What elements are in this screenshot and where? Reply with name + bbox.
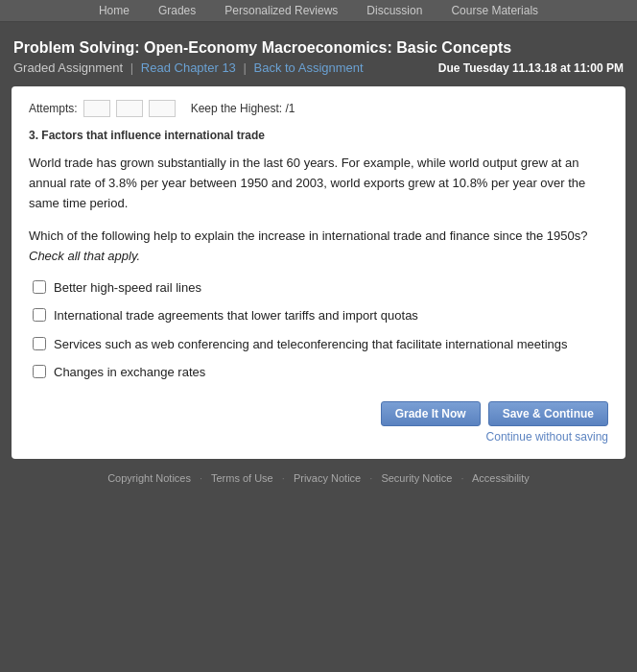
answer-option-3: Services such as web conferencing and te… (33, 335, 608, 354)
attempt-box-3 (149, 100, 176, 117)
question-header: 3. Factors that influence international … (29, 129, 608, 142)
question-prompt: Which of the following help to explain t… (29, 227, 608, 267)
breadcrumb-sep2: | (243, 60, 246, 75)
option-1-label[interactable]: Better high-speed rail lines (54, 278, 201, 298)
checkbox-option-1[interactable] (33, 280, 46, 294)
option-3-label[interactable]: Services such as web conferencing and te… (54, 335, 567, 354)
footer-privacy[interactable]: Privacy Notice (294, 472, 361, 484)
answer-option-2: International trade agreements that lowe… (33, 306, 608, 325)
nav-discussion[interactable]: Discussion (366, 4, 422, 17)
breadcrumb-row: Graded Assignment | Read Chapter 13 | Ba… (13, 60, 624, 75)
attempt-box-2 (116, 100, 143, 117)
attempts-label: Attempts: (29, 102, 78, 115)
keep-highest-label: Keep the Highest: /1 (191, 102, 295, 115)
top-navigation: Home Grades Personalized Reviews Discuss… (0, 0, 637, 22)
prompt-plain: Which of the following help to explain t… (29, 228, 588, 243)
checkbox-option-2[interactable] (33, 308, 46, 322)
read-chapter-link[interactable]: Read Chapter 13 (141, 60, 236, 75)
title-section: Problem Solving: Open-Economy Macroecono… (12, 32, 625, 79)
page-title: Problem Solving: Open-Economy Macroecono… (13, 39, 624, 57)
nav-home[interactable]: Home (99, 4, 130, 17)
back-to-assignment-link[interactable]: Back to Assignment (253, 60, 363, 75)
breadcrumb-prefix: Graded Assignment (13, 60, 123, 75)
due-date: Due Tuesday 11.13.18 at 11:00 PM (438, 61, 624, 75)
save-continue-button[interactable]: Save & Continue (488, 401, 608, 426)
footer-copyright[interactable]: Copyright Notices (107, 472, 191, 484)
continue-without-saving-link[interactable]: Continue without saving (486, 430, 608, 444)
nav-course-materials[interactable]: Course Materials (451, 4, 538, 17)
attempt-box-1 (83, 100, 110, 117)
checkbox-option-4[interactable] (33, 365, 46, 378)
action-row: Grade It Now Save & Continue Continue wi… (29, 401, 608, 444)
prompt-italic: Check all that apply. (29, 249, 140, 263)
footer-terms[interactable]: Terms of Use (211, 472, 273, 484)
option-2-label[interactable]: International trade agreements that lowe… (54, 306, 418, 325)
main-wrapper: Problem Solving: Open-Economy Macroecono… (0, 22, 637, 501)
answer-option-1: Better high-speed rail lines (33, 278, 608, 298)
footer-accessibility[interactable]: Accessibility (472, 472, 530, 484)
action-buttons: Grade It Now Save & Continue (381, 401, 608, 426)
attempts-row: Attempts: Keep the Highest: /1 (29, 100, 608, 117)
footer-security[interactable]: Security Notice (381, 472, 452, 484)
answer-options: Better high-speed rail lines Internation… (29, 278, 608, 382)
option-4-label[interactable]: Changes in exchange rates (54, 363, 205, 382)
answer-option-4: Changes in exchange rates (33, 363, 608, 382)
checkbox-option-3[interactable] (33, 337, 46, 350)
nav-personalized-reviews[interactable]: Personalized Reviews (224, 4, 338, 17)
nav-grades[interactable]: Grades (158, 4, 196, 17)
footer: Copyright Notices · Terms of Use · Priva… (12, 459, 625, 492)
question-card: Attempts: Keep the Highest: /1 3. Factor… (12, 86, 625, 459)
grade-it-now-button[interactable]: Grade It Now (381, 401, 481, 426)
breadcrumb: Graded Assignment | Read Chapter 13 | Ba… (13, 60, 364, 75)
breadcrumb-sep1: | (130, 60, 133, 75)
question-body: World trade has grown substantially in t… (29, 154, 608, 213)
